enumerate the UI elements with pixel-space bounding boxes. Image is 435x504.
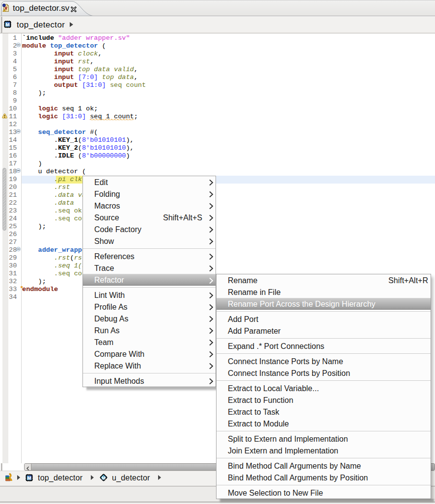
svg-text:M: M (27, 475, 31, 480)
svg-text:M: M (102, 476, 106, 480)
svg-text:M: M (6, 22, 10, 27)
